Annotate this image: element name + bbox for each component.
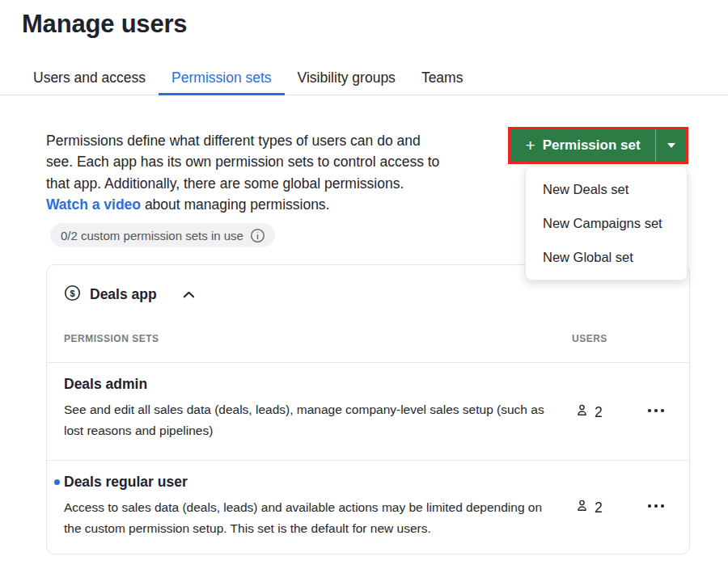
permission-set-button[interactable]: + Permission set (510, 129, 686, 162)
column-header-permission-sets: PERMISSION SETS (64, 333, 159, 344)
chevron-up-icon[interactable] (183, 291, 195, 298)
tab-teams[interactable]: Teams (408, 61, 476, 95)
row-actions-ellipsis-icon[interactable] (646, 501, 666, 511)
users-count: 2 (595, 404, 603, 421)
plus-icon: + (525, 137, 535, 154)
person-icon (575, 403, 589, 421)
usage-badge: 0/2 custom permission sets in use (50, 223, 275, 247)
intro-line-3: that app. Additionally, there are some g… (46, 173, 439, 194)
users-count: 2 (595, 500, 603, 517)
users-count-cell: 2 (575, 499, 603, 517)
users-count-cell: 2 (575, 403, 603, 421)
tabs-bottom-rule (0, 95, 728, 95)
dollar-circle-icon: $ (64, 285, 81, 305)
table-row-deals-regular-user: Deals regular user Access to sales data … (47, 461, 689, 554)
menu-item-new-global-set[interactable]: New Global set (526, 240, 687, 274)
intro-line-4-rest: about managing permissions. (141, 196, 329, 213)
table-row-deals-admin: Deals admin See and edit all sales data … (47, 363, 689, 460)
tab-users-and-access[interactable]: Users and access (20, 61, 159, 95)
deals-app-card: $ Deals app PERMISSION SETS USERS Deals … (46, 264, 690, 554)
intro-line-4: Watch a video about managing permissions… (46, 194, 439, 215)
menu-item-new-campaigns-set[interactable]: New Campaigns set (526, 206, 687, 240)
intro-line-1: Permissions define what different types … (46, 130, 439, 151)
row-actions-ellipsis-icon[interactable] (646, 406, 666, 415)
deals-app-title: Deals app (90, 286, 157, 303)
default-set-dot (54, 479, 60, 485)
page-title: Manage users (22, 10, 187, 39)
tab-permission-sets[interactable]: Permission sets (159, 61, 285, 95)
intro-paragraph: Permissions define what different types … (46, 130, 439, 216)
tab-bar: Users and access Permission sets Visibil… (20, 61, 476, 95)
menu-item-new-deals-set[interactable]: New Deals set (526, 172, 687, 206)
tab-visibility-groups[interactable]: Visibility groups (285, 61, 408, 95)
deals-app-header[interactable]: $ Deals app (64, 285, 195, 305)
permission-set-button-main[interactable]: + Permission set (510, 129, 655, 162)
watch-video-link[interactable]: Watch a video (46, 196, 141, 213)
info-icon[interactable] (250, 228, 265, 243)
permission-set-dropdown-toggle[interactable] (656, 129, 686, 162)
permission-set-description: See and edit all sales data (deals, lead… (64, 399, 559, 441)
annotation-highlight-box: + Permission set (508, 127, 688, 164)
column-header-users: USERS (572, 333, 607, 344)
permission-set-title: Deals admin (64, 376, 147, 393)
usage-badge-label: 0/2 custom permission sets in use (61, 229, 243, 242)
caret-down-icon (667, 143, 675, 148)
permission-set-title: Deals regular user (64, 474, 188, 491)
permission-set-button-label: Permission set (543, 137, 641, 154)
permission-set-dropdown-menu: New Deals set New Campaigns set New Glob… (525, 166, 688, 280)
permission-set-description: Access to sales data (deals, leads) and … (64, 497, 559, 539)
intro-line-2: see. Each app has its own permission set… (46, 151, 439, 172)
person-icon (575, 499, 589, 517)
svg-text:$: $ (70, 289, 74, 298)
